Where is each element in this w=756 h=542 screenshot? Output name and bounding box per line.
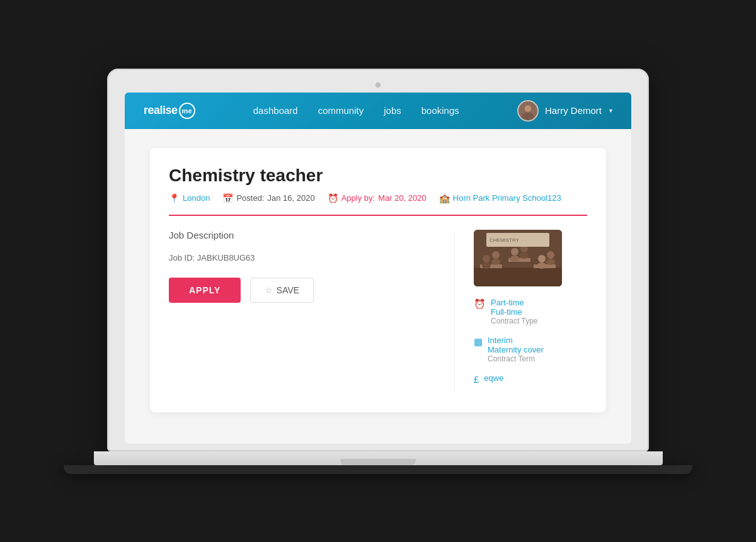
svg-rect-22 [474, 230, 562, 286]
location-link[interactable]: London [183, 193, 210, 203]
clock-icon: ⏰ [474, 298, 486, 310]
job-card: Chemistry teacher 📍 London 📅 Posted: Jan… [150, 148, 606, 412]
nav-link-dashboard[interactable]: dashboard [253, 105, 298, 116]
contract-type-value-2: Full-time [491, 307, 537, 317]
meta-school: 🏫 Horn Park Primary School123 [439, 193, 561, 203]
job-right-panel: CHEMISTRY ⏰ Part-time [474, 230, 587, 395]
logo-area: realise me [144, 103, 195, 119]
apply-label: Apply by: [341, 193, 375, 203]
laptop-shell: realise me dashboard community jobs book… [107, 69, 649, 474]
navbar: realise me dashboard community jobs book… [125, 93, 631, 129]
meta-apply: ⏰ Apply by: Mar 20, 2020 [328, 193, 427, 203]
job-image: CHEMISTRY [474, 230, 562, 286]
contract-type-label: Contract Type [491, 317, 537, 325]
svg-point-1 [525, 105, 532, 112]
salary-group: £ eqwe [474, 373, 587, 385]
job-id: Job ID: JABKUB8UG63 [169, 253, 442, 263]
action-buttons: APPLY ☆ SAVE [169, 278, 442, 303]
job-title: Chemistry teacher [169, 166, 587, 186]
meta-posted: 📅 Posted: Jan 16, 2020 [222, 193, 314, 203]
user-menu[interactable]: Harry Demort ▾ [517, 100, 612, 121]
salary-values: eqwe [484, 373, 503, 383]
nav-item-community[interactable]: community [318, 105, 364, 116]
job-id-label: Job ID: [169, 253, 195, 263]
star-icon: ☆ [265, 285, 273, 295]
contract-type-row: ⏰ Part-time Full-time Contract Type [474, 298, 587, 325]
laptop-base [94, 451, 663, 465]
contract-term-label: Contract Term [488, 354, 544, 363]
nav-item-bookings[interactable]: bookings [421, 105, 459, 116]
contract-term-value-2: Maternity cover [488, 345, 544, 354]
salary-row: £ eqwe [474, 373, 587, 385]
save-button[interactable]: ☆ SAVE [250, 278, 314, 303]
logo-text: realise [144, 104, 178, 117]
school-link[interactable]: Horn Park Primary School123 [453, 193, 561, 203]
contract-term-value-1: Interim [488, 336, 544, 345]
job-meta: 📍 London 📅 Posted: Jan 16, 2020 ⏰ Apply … [169, 193, 587, 203]
user-name: Harry Demort [545, 105, 602, 116]
apply-button[interactable]: APPLY [169, 278, 241, 303]
posted-date: Jan 16, 2020 [267, 193, 314, 203]
school-icon: 🏫 [439, 193, 450, 203]
alarm-icon: ⏰ [328, 193, 338, 203]
description-label: Job Description [169, 230, 442, 240]
posted-label: Posted: [236, 193, 264, 203]
nav-links: dashboard community jobs bookings [253, 105, 459, 116]
svg-point-2 [522, 112, 534, 121]
screen: realise me dashboard community jobs book… [125, 93, 631, 444]
logo-badge: me [179, 103, 195, 119]
main-content: Chemistry teacher 📍 London 📅 Posted: Jan… [125, 129, 631, 444]
contract-term-values: Interim Maternity cover Contract Term [488, 336, 544, 363]
save-label: SAVE [277, 285, 299, 295]
pound-icon: £ [474, 374, 479, 385]
apply-date: Mar 20, 2020 [378, 193, 427, 203]
nav-item-jobs[interactable]: jobs [384, 105, 401, 116]
job-id-value: JABKUB8UG63 [197, 253, 255, 263]
screen-bezel: realise me dashboard community jobs book… [107, 69, 649, 451]
nav-link-jobs[interactable]: jobs [384, 105, 401, 116]
contract-term-group: ▦ Interim Maternity cover Contract Term [474, 336, 587, 363]
location-icon: 📍 [169, 193, 180, 203]
contract-type-value-1: Part-time [491, 298, 537, 307]
laptop-bottom [64, 465, 692, 474]
camera [375, 82, 381, 88]
grid-icon: ▦ [474, 336, 483, 347]
calendar-icon: 📅 [222, 193, 233, 203]
contract-term-row: ▦ Interim Maternity cover Contract Term [474, 336, 587, 363]
salary-value: eqwe [484, 373, 503, 383]
chevron-down-icon: ▾ [609, 107, 612, 114]
avatar [517, 100, 539, 121]
nav-link-bookings[interactable]: bookings [421, 105, 459, 116]
nav-link-community[interactable]: community [318, 105, 364, 116]
contract-type-group: ⏰ Part-time Full-time Contract Type [474, 298, 587, 325]
contract-type-values: Part-time Full-time Contract Type [491, 298, 537, 325]
meta-location: 📍 London [169, 193, 210, 203]
divider [169, 215, 587, 216]
job-body: Job Description Job ID: JABKUB8UG63 APPL… [169, 230, 587, 395]
job-left-panel: Job Description Job ID: JABKUB8UG63 APPL… [169, 230, 455, 395]
nav-item-dashboard[interactable]: dashboard [253, 105, 298, 116]
